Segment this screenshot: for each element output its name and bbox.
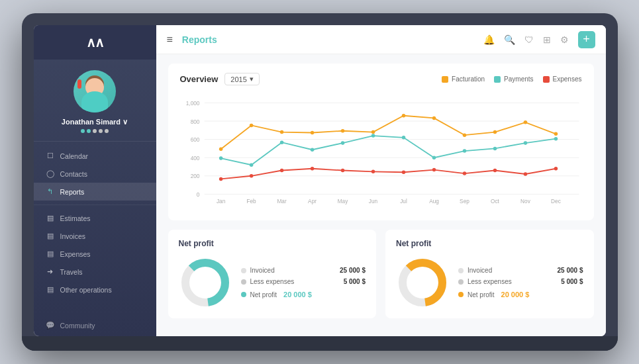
profit-legend-item-expenses-2: Less expenses 5 000 $ <box>458 278 583 285</box>
shield-icon[interactable]: 🛡 <box>524 34 534 45</box>
svg-point-36 <box>219 156 222 160</box>
sidebar-item-reports[interactable]: ↰ Reports <box>34 183 156 201</box>
svg-point-51 <box>310 167 314 171</box>
svg-point-32 <box>462 133 466 137</box>
sidebar-item-travels[interactable]: ➜ Travels <box>34 263 156 281</box>
profit-card-2-title: Net profit <box>396 239 583 248</box>
sidebar-profile: Jonathan Simard ∨ <box>34 60 156 142</box>
svg-point-52 <box>340 169 344 173</box>
user-name: Jonathan Simard ∨ <box>62 118 128 126</box>
svg-point-45 <box>493 147 497 151</box>
donut-chart-1 <box>179 256 232 309</box>
svg-point-38 <box>279 140 283 144</box>
menu-icon[interactable]: ≡ <box>167 34 173 46</box>
sidebar-item-calendar[interactable]: ☐ Calendar <box>34 147 156 165</box>
svg-point-26 <box>279 130 283 134</box>
sidebar-nav: ☐ Calendar ◯ Contacts ↰ Reports ▤ Estima… <box>34 142 156 314</box>
net-profit-card-1: Net profit Invoi <box>168 230 377 318</box>
sidebar-item-invoices[interactable]: ▤ Invoices <box>34 227 156 245</box>
sidebar-item-expenses[interactable]: ▤ Expenses <box>34 245 156 263</box>
avatar <box>74 70 116 113</box>
svg-point-58 <box>523 172 527 176</box>
dot-5 <box>105 129 109 133</box>
add-button[interactable]: + <box>578 31 595 48</box>
settings-icon[interactable]: ⚙ <box>560 34 569 45</box>
svg-point-34 <box>523 120 527 124</box>
legend-expenses: Expenses <box>543 75 582 83</box>
svg-text:Jun: Jun <box>368 199 377 205</box>
svg-text:600: 600 <box>190 137 199 143</box>
svg-text:Jul: Jul <box>400 199 407 205</box>
content-area: Overview 2015 ▾ Facturation <box>156 54 606 336</box>
reports-icon: ↰ <box>46 187 55 196</box>
net-profit-card-2: Net profit Invoi <box>385 230 594 318</box>
contacts-icon: ◯ <box>46 169 55 178</box>
svg-point-39 <box>310 148 314 152</box>
other-operations-icon: ▤ <box>46 285 55 294</box>
svg-text:400: 400 <box>190 156 199 161</box>
svg-point-44 <box>462 149 466 153</box>
svg-text:Nov: Nov <box>520 199 531 205</box>
sidebar-item-contacts[interactable]: ◯ Contacts <box>34 165 156 183</box>
svg-text:Dec: Dec <box>551 199 561 205</box>
svg-text:0: 0 <box>196 192 199 198</box>
donut-svg-2 <box>396 256 449 309</box>
profit-card-1-content: Invoiced 25 000 $ Less expenses 5 000 $ <box>179 256 366 309</box>
legend-dot-expenses-2 <box>458 279 464 285</box>
logo-icon: ∧∧ <box>86 34 103 50</box>
donut-svg-1 <box>179 256 232 309</box>
search-icon[interactable]: 🔍 <box>504 34 515 45</box>
legend-payments: Payments <box>494 75 533 83</box>
sidebar-item-community[interactable]: 💬 Community <box>34 314 156 336</box>
svg-point-57 <box>493 169 497 173</box>
profit-legend-1: Invoiced 25 000 $ Less expenses 5 000 $ <box>241 267 366 298</box>
svg-point-30 <box>401 114 405 118</box>
dot-3 <box>93 129 97 133</box>
net-dot-2 <box>458 292 464 297</box>
chart-header: Overview 2015 ▾ Facturation <box>180 73 582 85</box>
chart-title-area: Overview 2015 ▾ <box>180 73 260 85</box>
svg-point-41 <box>371 134 375 138</box>
svg-text:Apr: Apr <box>308 199 317 205</box>
year-selector[interactable]: 2015 ▾ <box>224 73 259 85</box>
svg-point-56 <box>462 171 466 175</box>
sidebar-item-other-operations[interactable]: ▤ Other operations <box>34 281 156 298</box>
svg-point-29 <box>371 130 375 134</box>
profit-legend-item-expenses-1: Less expenses 5 000 $ <box>241 278 366 285</box>
community-icon: 💬 <box>46 321 55 330</box>
legend-dot-facturation <box>442 76 448 83</box>
svg-text:1,000: 1,000 <box>185 101 199 107</box>
svg-point-50 <box>279 169 283 173</box>
svg-point-59 <box>554 167 558 171</box>
legend-dot-invoiced-2 <box>458 268 464 273</box>
bell-icon[interactable]: 🔔 <box>483 34 495 45</box>
svg-point-35 <box>554 132 558 136</box>
svg-text:Aug: Aug <box>429 199 439 205</box>
calendar-icon: ☐ <box>46 152 55 160</box>
profit-card-1-title: Net profit <box>179 239 366 248</box>
svg-point-54 <box>401 171 405 175</box>
net-dot-1 <box>241 292 246 297</box>
estimates-icon: ▤ <box>46 214 55 222</box>
user-status-dots <box>81 129 109 133</box>
svg-point-24 <box>219 148 222 152</box>
svg-text:800: 800 <box>190 119 199 125</box>
donut-chart-2 <box>396 256 449 309</box>
svg-text:May: May <box>337 199 348 205</box>
dot-1 <box>81 129 85 133</box>
chart-title: Overview <box>180 74 219 84</box>
chart-section: Overview 2015 ▾ Facturation <box>168 64 594 220</box>
dot-4 <box>99 129 103 133</box>
avatar-body <box>81 91 108 113</box>
sidebar-item-estimates[interactable]: ▤ Estimates <box>34 209 156 227</box>
topbar: ≡ Reports 🔔 🔍 🛡 ⊞ ⚙ + <box>156 25 606 54</box>
svg-point-53 <box>371 170 375 174</box>
svg-point-40 <box>340 141 344 145</box>
legend-dot-payments <box>494 76 501 83</box>
sidebar-logo: ∧∧ <box>34 25 156 60</box>
nav-divider <box>34 205 156 205</box>
svg-point-37 <box>249 163 253 167</box>
expenses-icon: ▤ <box>46 250 55 258</box>
grid-icon[interactable]: ⊞ <box>543 34 551 45</box>
profit-legend-2: Invoiced 25 000 $ Less expenses 5 000 $ <box>458 267 583 298</box>
